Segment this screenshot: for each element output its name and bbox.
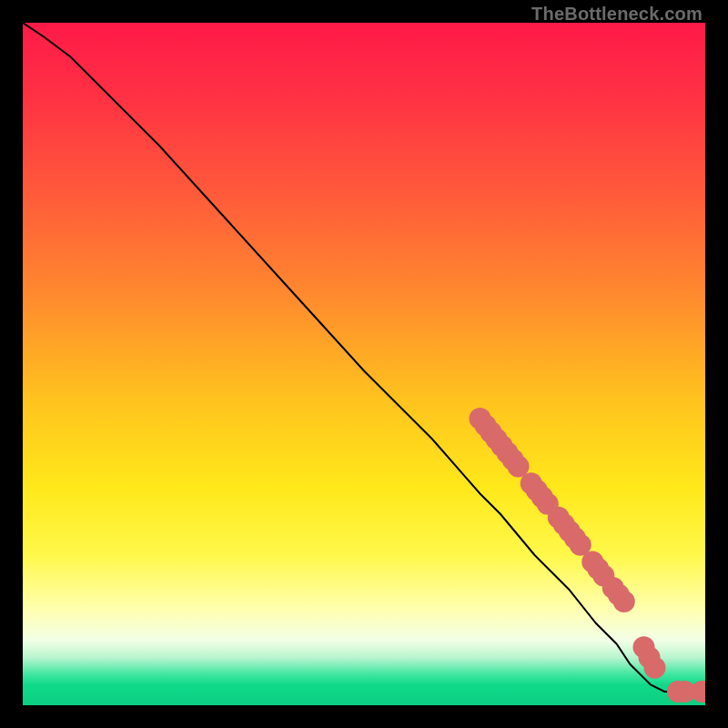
chart-stage: TheBottleneck.com [0, 0, 728, 728]
svg-rect-0 [23, 23, 705, 705]
plot-area [23, 23, 705, 705]
gradient-background [23, 23, 705, 705]
watermark-text: TheBottleneck.com [531, 4, 703, 25]
